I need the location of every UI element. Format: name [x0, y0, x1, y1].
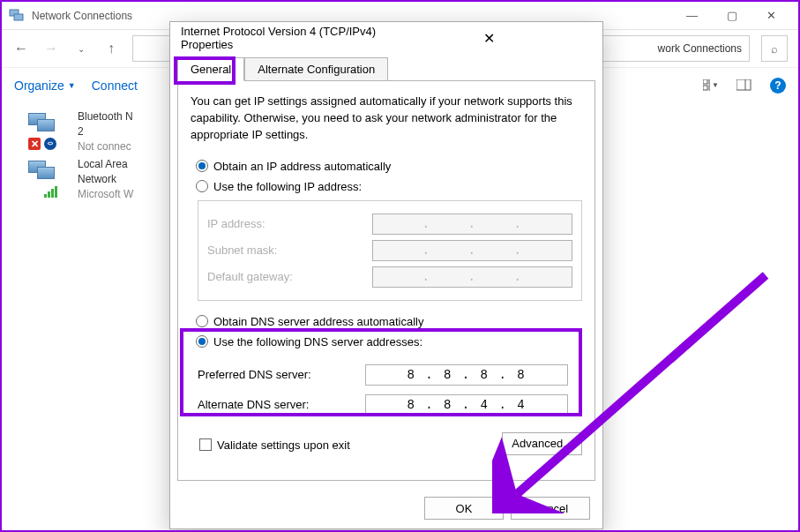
forward-button[interactable]: → — [42, 40, 60, 57]
radio-icon — [196, 315, 208, 327]
tab-panel: You can get IP settings assigned automat… — [177, 80, 595, 481]
window-title: Network Connections — [32, 10, 672, 22]
connection-line2: 2 — [78, 124, 133, 139]
ip-address-label: IP address: — [207, 217, 372, 230]
default-gateway-input: . . . — [372, 266, 572, 288]
view-icons-button[interactable]: ▼ — [703, 78, 719, 94]
radio-icon — [196, 160, 208, 172]
connection-name: Bluetooth N — [78, 109, 133, 124]
help-icon[interactable]: ? — [770, 78, 786, 94]
up-button[interactable]: ↑ — [102, 40, 120, 57]
signal-badge-icon — [44, 186, 57, 198]
svg-rect-6 — [736, 79, 751, 90]
address-text: work Connections — [658, 42, 742, 55]
dns-fields-group: Preferred DNS server: 8 . 8 . 8 . 8 Alte… — [198, 356, 575, 424]
preferred-dns-input[interactable]: 8 . 8 . 8 . 8 — [365, 364, 568, 386]
ok-button[interactable]: OK — [424, 497, 504, 520]
radio-use-following-dns[interactable]: Use the following DNS server addresses: — [196, 335, 582, 348]
connection-status: Not connec — [78, 139, 133, 154]
cancel-button[interactable]: Cancel — [511, 497, 590, 520]
svg-rect-5 — [709, 86, 710, 90]
ip-fields-group: IP address: . . . Subnet mask: . . . Def… — [198, 200, 582, 301]
search-icon: ⌕ — [771, 42, 778, 56]
default-gateway-label: Default gateway: — [207, 270, 372, 283]
connection-line2: Network — [78, 172, 133, 187]
dialog-title: Internet Protocol Version 4 (TCP/IPv4) P… — [181, 25, 386, 51]
bluetooth-badge-icon: ⌔ — [44, 138, 56, 150]
subnet-mask-input: . . . — [372, 240, 572, 261]
svg-rect-3 — [709, 79, 710, 84]
svg-rect-2 — [703, 79, 707, 84]
connection-icon: ✕ ⌔ — [26, 109, 69, 152]
connection-status: Microsoft W — [78, 187, 133, 202]
organize-menu[interactable]: Organize▼ — [14, 79, 76, 93]
maximize-button[interactable]: ▢ — [712, 4, 751, 28]
connection-name: Local Area — [78, 157, 133, 172]
svg-rect-1 — [14, 14, 23, 20]
ip-address-input: . . . — [372, 214, 572, 235]
radio-obtain-dns-auto[interactable]: Obtain DNS server address automatically — [196, 315, 582, 328]
preferred-dns-label: Preferred DNS server: — [198, 368, 365, 381]
ipv4-properties-dialog: Internet Protocol Version 4 (TCP/IPv4) P… — [169, 21, 603, 529]
search-button[interactable]: ⌕ — [761, 35, 788, 62]
tab-row: General Alternate Configuration — [170, 54, 602, 80]
close-window-button[interactable]: ✕ — [751, 4, 791, 28]
hint-text: You can get IP settings assigned automat… — [191, 94, 582, 144]
tab-general[interactable]: General — [177, 57, 244, 81]
connection-icon — [26, 157, 69, 199]
radio-use-following-ip[interactable]: Use the following IP address: — [196, 180, 582, 193]
window-icon — [9, 8, 25, 24]
preview-pane-button[interactable] — [736, 78, 752, 94]
back-button[interactable]: ← — [12, 40, 30, 57]
alternate-dns-input[interactable]: 8 . 8 . 4 . 4 — [365, 394, 568, 416]
radio-obtain-ip-auto[interactable]: Obtain an IP address automatically — [196, 160, 582, 173]
connect-button[interactable]: Connect — [92, 79, 138, 93]
subnet-mask-label: Subnet mask: — [207, 244, 372, 257]
history-dropdown[interactable]: ⌄ — [72, 40, 90, 57]
advanced-button[interactable]: Advanced... — [502, 432, 582, 455]
radio-icon — [196, 180, 208, 192]
dialog-close-button[interactable]: ✕ — [386, 29, 592, 47]
alternate-dns-label: Alternate DNS server: — [198, 398, 365, 411]
minimize-button[interactable]: — — [672, 4, 712, 28]
svg-rect-4 — [703, 86, 707, 90]
disabled-badge-icon: ✕ — [28, 138, 41, 150]
radio-icon — [196, 335, 208, 348]
dialog-titlebar: Internet Protocol Version 4 (TCP/IPv4) P… — [170, 22, 602, 54]
tab-alternate-configuration[interactable]: Alternate Configuration — [244, 57, 388, 81]
dialog-buttons: OK Cancel — [170, 488, 602, 528]
